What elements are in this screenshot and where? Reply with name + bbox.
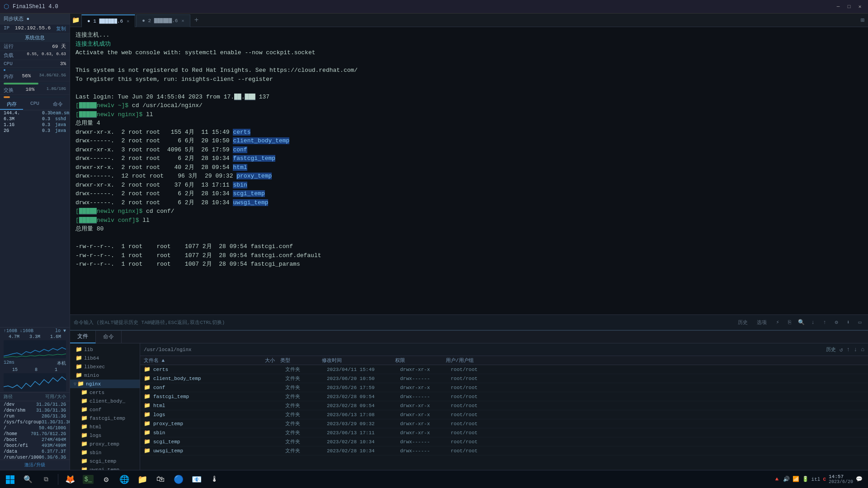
- file-tree: 📁 lib 📁 lib64 📁 libexec: [70, 343, 140, 470]
- tree-item-certs[interactable]: 📁 certs: [70, 388, 140, 397]
- download-icon[interactable]: ↓: [854, 346, 857, 353]
- taskbar-separator: [58, 474, 58, 485]
- terminal-tab-1[interactable]: ● 1 ██████.6 ✕: [81, 14, 135, 27]
- file-row-logs[interactable]: 📁 logs 文件夹 2023/06/13 17:08 drwxr-xr-x r…: [140, 410, 868, 419]
- window-icon[interactable]: ▭: [855, 318, 864, 327]
- start-button[interactable]: [2, 471, 18, 488]
- settings-icon[interactable]: ⚙️: [98, 471, 114, 488]
- close-button[interactable]: ✕: [855, 2, 864, 11]
- tray-icon-2[interactable]: 🔊: [783, 476, 790, 483]
- history-button[interactable]: 历史: [735, 318, 750, 327]
- upload-icon[interactable]: ↑: [847, 346, 850, 353]
- term-line: [█████newlv nginx]$ cd conf/: [75, 207, 863, 216]
- tray-icon-csdn[interactable]: C: [823, 477, 826, 482]
- tree-item-conf[interactable]: 📁 conf: [70, 405, 140, 414]
- lightning-icon[interactable]: ⚡: [773, 318, 782, 327]
- file-tab-files[interactable]: 文件: [70, 331, 96, 343]
- file-row-uwsgi-temp[interactable]: 📁 uwsgi_temp 文件夹 2023/02/28 10:34 drwx--…: [140, 446, 868, 455]
- copy-icon[interactable]: ⎘: [785, 318, 794, 327]
- minimize-button[interactable]: ─: [834, 2, 843, 11]
- refresh-icon[interactable]: ↺: [840, 346, 843, 353]
- edge-icon[interactable]: 🌐: [116, 471, 132, 488]
- proc-row[interactable]: 6.3M 0.3 sshd: [0, 116, 70, 122]
- tree-item-lib[interactable]: 📁 lib: [70, 345, 140, 354]
- proc-row[interactable]: 144.4. 0.3 beam.smp: [0, 110, 70, 116]
- cmd-hint: 命令输入 (按ALT键提示历史 TAB键路径,ESC返回,双击CTRL切换): [74, 319, 225, 326]
- tree-item-client-body[interactable]: 📁 client_body_: [70, 397, 140, 405]
- col-perm[interactable]: 权限: [395, 357, 440, 364]
- mem-row: 内存 56% 34.8G/62.5G: [0, 72, 70, 81]
- app-icon-1[interactable]: 🔵: [170, 471, 187, 488]
- tree-item-html[interactable]: 📁 html: [70, 422, 140, 431]
- tray-icon-wifi[interactable]: 📶: [793, 476, 799, 483]
- download-icon[interactable]: ↓: [808, 318, 817, 327]
- tree-item-proxy-temp[interactable]: 📁 proxy_temp: [70, 440, 140, 448]
- file-row-html[interactable]: 📁 html 文件夹 2023/02/28 09:54 drwxr-xr-x r…: [140, 401, 868, 410]
- tray-icon-1[interactable]: 🔺: [774, 476, 780, 483]
- col-filename[interactable]: 文件名 ▲: [144, 357, 243, 364]
- task-view-button[interactable]: ⧉: [38, 471, 54, 488]
- proc-row[interactable]: 2G 0.3 java: [0, 128, 70, 134]
- term-line: drwx------. 12 root root 96 3月 29 09:32 …: [75, 172, 863, 181]
- tree-item-lib64[interactable]: 📁 lib64: [70, 354, 140, 362]
- tree-item-nginx[interactable]: ▽ 📁 nginx: [70, 380, 140, 388]
- cpu-row: CPU 3%: [0, 60, 70, 68]
- tree-item-uwsgi-temp[interactable]: 📁 uwsgi_temp: [70, 465, 140, 470]
- options-button[interactable]: 选项: [754, 318, 769, 327]
- grid-view-icon[interactable]: ⊞: [861, 16, 864, 24]
- file-row-conf[interactable]: 📁 conf 文件夹 2023/05/26 17:59 drwxr-xr-x r…: [140, 383, 868, 392]
- search-taskbar-button[interactable]: 🔍: [20, 471, 36, 488]
- notification-icon[interactable]: 💬: [856, 476, 863, 483]
- settings-icon[interactable]: ⚙: [832, 318, 841, 327]
- file-tab-command[interactable]: 命令: [96, 331, 122, 343]
- tree-item-libexec[interactable]: 📁 libexec: [70, 362, 140, 371]
- col-owner[interactable]: 用户/用户组: [446, 357, 500, 364]
- close-tab-1[interactable]: ✕: [127, 19, 129, 24]
- terminal-tab-2[interactable]: ● 2 ██████.6 ✕: [136, 14, 190, 27]
- copy-ip-button[interactable]: 复制: [56, 25, 66, 32]
- app-icon-2[interactable]: 📧: [189, 471, 205, 488]
- file-row-certs[interactable]: 📁 certs 文件夹 2023/04/11 15:49 drwxr-xr-x …: [140, 365, 868, 374]
- store-icon[interactable]: 🛍: [152, 471, 169, 488]
- home-icon[interactable]: ⌂: [861, 346, 864, 353]
- tab-command[interactable]: 命令: [47, 99, 70, 110]
- svg-rect-1: [10, 475, 14, 479]
- col-mtime[interactable]: 修改时间: [322, 357, 390, 364]
- terminal-output[interactable]: 连接主机... 连接主机成功 Activate the web console …: [70, 27, 868, 314]
- upload-icon[interactable]: ↑: [820, 318, 829, 327]
- main-layout: 同步状态 ● IP 192.192.55.6 复制 系统信息 运行 69 天 负…: [0, 14, 868, 470]
- firefox-icon[interactable]: 🦊: [62, 471, 78, 488]
- tray-icon-battery[interactable]: 🔋: [802, 476, 809, 483]
- file-row-sbin[interactable]: 📁 sbin 文件夹 2023/06/13 17:11 drwxr-xr-x r…: [140, 428, 868, 437]
- tab-memory[interactable]: 内存: [0, 99, 23, 110]
- file-row-fastcgi-temp[interactable]: 📁 fastcgi_temp 文件夹 2023/02/28 09:54 drwx…: [140, 392, 868, 401]
- tree-item-sbin[interactable]: 📁 sbin: [70, 448, 140, 457]
- tree-item-scgi-temp[interactable]: 📁 scgi_temp: [70, 457, 140, 465]
- activate-link[interactable]: 激活/升级: [0, 460, 70, 470]
- folder-icon: 📁: [81, 398, 88, 404]
- tree-item-logs[interactable]: 📁 logs: [70, 431, 140, 440]
- tree-item-minio[interactable]: 📁 minio: [70, 371, 140, 380]
- cmd-toolbar-icons: ⚡ ⎘ 🔍 ↓ ↑ ⚙ ⬇ ▭: [773, 318, 864, 327]
- close-tab-2[interactable]: ✕: [181, 18, 184, 23]
- proc-row[interactable]: 1.1G 0.3 java: [0, 122, 70, 128]
- add-tab-button[interactable]: +: [191, 15, 202, 26]
- folder-icon: 📁: [81, 389, 88, 396]
- maximize-button[interactable]: □: [844, 2, 854, 11]
- term-line: To register this system, run: insights-c…: [75, 75, 863, 84]
- term-line: Activate the web console with: systemctl…: [75, 48, 863, 57]
- search-icon[interactable]: 🔍: [797, 318, 806, 327]
- file-row-client-body-temp[interactable]: 📁 client_body_temp 文件夹 2023/06/20 10:50 …: [140, 374, 868, 383]
- col-type[interactable]: 类型: [280, 357, 316, 364]
- scroll-down-icon[interactable]: ⬇: [844, 318, 853, 327]
- tree-item-fastcgi-temp[interactable]: 📁 fastcgi_temp: [70, 414, 140, 422]
- explorer-icon[interactable]: 📁: [134, 471, 151, 488]
- tab-cpu[interactable]: CPU: [23, 99, 46, 110]
- net-io-select[interactable]: lo ▼: [55, 328, 66, 333]
- terminal-tab-bar: 📁 ● 1 ██████.6 ✕ ● 2 ██████.6 ✕ + ⊞: [70, 14, 868, 27]
- file-row-proxy-temp[interactable]: 📁 proxy_temp 文件夹 2023/03/29 09:32 drwxr-…: [140, 419, 868, 428]
- file-row-scgi-temp[interactable]: 📁 scgi_temp 文件夹 2023/02/28 10:34 drwx---…: [140, 437, 868, 446]
- terminal-icon[interactable]: $_: [80, 471, 96, 488]
- col-size[interactable]: 大小: [243, 357, 275, 364]
- app-icon-3[interactable]: 🌡: [207, 471, 223, 488]
